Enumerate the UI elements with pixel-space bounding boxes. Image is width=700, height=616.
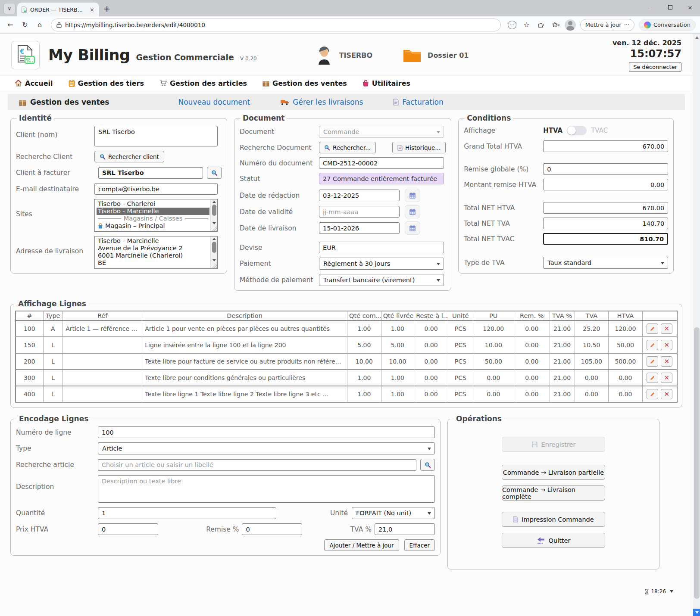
effacer-button[interactable]: Effacer (404, 539, 435, 551)
htva-tvac-toggle[interactable] (567, 126, 587, 135)
unite-select[interactable]: FORFAIT (No unit) (352, 507, 435, 519)
update-browser-button[interactable]: Mettre à jour ··· (580, 19, 634, 31)
nav-item-gestion-des-tiers[interactable]: Gestion des tiers (69, 79, 144, 87)
numero-document-input[interactable] (319, 157, 444, 169)
nav-item-gestion-des-articles[interactable]: Gestion des articles (159, 79, 247, 87)
remise-pct-input[interactable] (242, 523, 302, 535)
adresse-line[interactable]: BE (97, 259, 209, 267)
recherche-article-search-button[interactable] (420, 459, 435, 471)
description-ligne-textarea[interactable] (98, 475, 435, 503)
url-bar[interactable]: https://mybilling.tiserbo.be/orders/edit… (51, 19, 501, 31)
edit-row-button[interactable] (647, 340, 658, 350)
delete-row-button[interactable]: ✕ (661, 356, 672, 367)
table-row[interactable]: 150L Ligne insérée entre la ligne 100 et… (16, 337, 677, 353)
type-tva-select[interactable]: Taux standard (543, 257, 668, 269)
paiement-select[interactable]: Règlement à 30 jours (319, 258, 444, 270)
adresse-line[interactable]: Avenue de la Prévoyance 2 (97, 245, 209, 252)
table-row[interactable]: 200L Texte libre pour facture de service… (16, 353, 677, 370)
copilot-button[interactable]: Conversation (639, 19, 696, 31)
recherche-article-input[interactable] (98, 459, 416, 471)
date-livraison-calendar-button[interactable] (405, 221, 420, 235)
nav-item-gestion-des-ventes[interactable]: Gestion des ventes (262, 79, 347, 87)
client-facturer-input[interactable] (98, 167, 203, 179)
delete-row-button[interactable]: ✕ (661, 340, 672, 350)
devise-input[interactable] (319, 242, 444, 253)
adresse-line[interactable]: Tiserbo - Marcinelle (97, 237, 209, 245)
window-minimize-button[interactable]: – (641, 0, 660, 15)
prix-htva-input[interactable] (98, 523, 158, 535)
livraison-partielle-button[interactable]: Commande → Livraison partielle (502, 465, 605, 480)
adresse-line[interactable]: 6001 Marcinelle (Charleroi) (97, 252, 209, 259)
edit-row-button[interactable] (647, 356, 658, 367)
col-rem: Rem. % (514, 311, 550, 320)
new-tab-button[interactable]: + (103, 4, 110, 13)
subnav-link-facturation[interactable]: Facturation (393, 98, 443, 106)
home-icon[interactable]: ⌂ (34, 19, 46, 31)
email-input[interactable] (94, 183, 218, 195)
livraison-complete-button[interactable]: Commande → Livraison complète (502, 485, 605, 501)
toggle-tvac-label: TVAC (591, 127, 608, 134)
extensions-icon[interactable] (535, 19, 547, 31)
scroll-up-icon[interactable] (693, 34, 700, 41)
encodage-lignes-section: Encodage Lignes Numéro de ligne Type Art… (10, 414, 441, 556)
delete-row-button[interactable]: ✕ (661, 324, 672, 334)
tab-close-icon[interactable]: × (88, 6, 96, 13)
sites-resize-grip[interactable] (212, 226, 217, 231)
tva-pct-input[interactable] (375, 523, 435, 535)
document-type-select[interactable]: Commande (319, 126, 444, 138)
table-row[interactable]: 300L Texte libre pour conditions général… (16, 370, 677, 386)
edit-row-button[interactable] (647, 324, 658, 334)
table-row[interactable]: 400L Texte libre ligne 1 Texte libre lig… (16, 386, 677, 402)
type-ligne-select[interactable]: Article (98, 442, 435, 454)
client-facturer-search-button[interactable] (207, 167, 222, 179)
historique-button[interactable]: Historique... (392, 142, 446, 153)
tab-search-chevron-icon[interactable]: ∨ (3, 3, 16, 14)
date-redaction-input[interactable] (319, 190, 400, 201)
client-nom-textarea[interactable]: SRL Tiserbo (94, 126, 218, 146)
date-validite-input[interactable] (319, 206, 400, 218)
remise-globale-input[interactable] (543, 163, 668, 175)
profile-avatar[interactable] (565, 19, 576, 31)
edit-row-button[interactable] (647, 389, 658, 399)
sites-option-selected[interactable]: Tiserbo - Marcinelle (97, 208, 209, 215)
impression-commande-button[interactable]: Impression Commande (502, 512, 605, 527)
rechercher-document-button[interactable]: Rechercher... (319, 142, 376, 153)
rechercher-client-button[interactable]: Rechercher client (94, 151, 164, 162)
numero-ligne-input[interactable] (98, 426, 435, 438)
date-redaction-calendar-button[interactable] (405, 189, 420, 202)
favorites-bar-icon[interactable] (550, 19, 562, 31)
subnav-link-nouveau-document[interactable]: Nouveau document (178, 98, 250, 106)
subnav-link-gerer-les-livraisons[interactable]: Gérer les livraisons (280, 98, 363, 106)
edit-row-button[interactable] (647, 373, 658, 383)
delete-row-button[interactable]: ✕ (661, 389, 672, 399)
adresse-livraison-listbox[interactable]: Tiserbo - Marcinelle Avenue de la Prévoy… (94, 236, 218, 269)
browser-tab[interactable]: ORDER — TISERBO Billing × (17, 3, 99, 16)
scroll-down-icon[interactable] (693, 609, 700, 616)
ajouter-mettre-a-jour-button[interactable]: Ajouter / Mettre à jour (324, 539, 399, 551)
scrollbar-thumb[interactable] (694, 327, 700, 599)
window-close-button[interactable]: × (680, 0, 700, 15)
sites-listbox[interactable]: Tiserbo - Charleroi Tiserbo - Marcinelle… (94, 199, 218, 232)
sites-option-magasin[interactable]: Magasin – Principal (97, 222, 209, 230)
chevron-down-icon[interactable] (670, 590, 673, 593)
date-validite-calendar-button[interactable] (405, 205, 420, 218)
favorite-star-icon[interactable]: ☆ (521, 19, 533, 31)
window-maximize-button[interactable] (660, 0, 680, 15)
nav-item-accueil[interactable]: Accueil (15, 79, 53, 87)
table-row[interactable]: 100A Article 1 — référence du f...Articl… (16, 320, 677, 337)
nav-item-utilitaires[interactable]: Utilitaires (362, 79, 410, 87)
page-scrollbar[interactable] (693, 34, 700, 616)
logout-button[interactable]: Se déconnecter (629, 62, 681, 72)
methode-paiement-select[interactable]: Transfert bancaire (virement) (319, 274, 444, 286)
quantite-input[interactable] (98, 507, 276, 519)
refresh-icon[interactable]: ↻ (19, 19, 31, 31)
adresse-resize-grip[interactable] (212, 263, 217, 268)
sites-option[interactable]: Tiserbo - Charleroi (97, 200, 209, 208)
quitter-button[interactable]: BACK Quitter (502, 533, 605, 548)
delete-row-button[interactable]: ✕ (661, 373, 672, 383)
back-icon[interactable]: ← (4, 19, 16, 31)
date-livraison-input[interactable] (319, 222, 400, 234)
enregistrer-button[interactable]: Enregistrer (502, 437, 605, 452)
subnav-current-gestion-des-ventes[interactable]: Gestion des ventes (19, 98, 109, 106)
page-actions-icon[interactable]: ⋯ (506, 19, 518, 31)
